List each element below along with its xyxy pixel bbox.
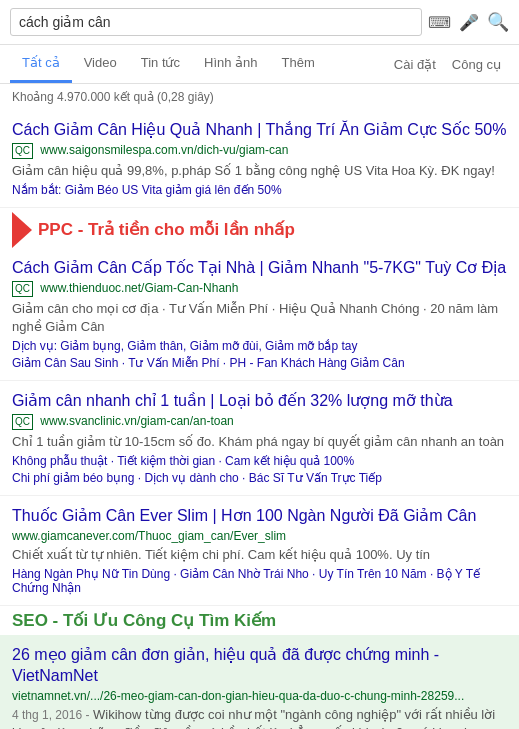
result-snippet: Chỉ 1 tuần giảm từ 10-15cm số đo. Khám p…	[12, 433, 507, 451]
search-input[interactable]	[19, 14, 413, 30]
result-url: QC www.svanclinic.vn/giam-can/an-toan	[12, 414, 507, 430]
tab-images[interactable]: Hình ảnh	[192, 45, 270, 83]
result-date: 4 thg 1, 2016 -	[12, 708, 89, 722]
result-item: Thuốc Giảm Cân Ever Slim | Hơn 100 Ngàn …	[0, 496, 519, 606]
ppc-arrow: PPC - Trả tiền cho mỗi lần nhấp	[12, 212, 507, 248]
nav-tabs: Tất cả Video Tin tức Hình ảnh Thêm Cài đ…	[0, 45, 519, 84]
tab-all[interactable]: Tất cả	[10, 45, 72, 83]
tab-tools[interactable]: Công cụ	[444, 47, 509, 82]
result-item: Giảm cân nhanh chỉ 1 tuần | Loại bỏ đến …	[0, 381, 519, 496]
search-bar: ⌨ 🎤 🔍	[0, 0, 519, 45]
result-item: Cách Giảm Cân Hiệu Quả Nhanh | Thắng Trí…	[0, 110, 519, 208]
result-links: Dịch vụ: Giảm bụng, Giảm thân, Giảm mỡ đ…	[12, 339, 507, 353]
keyboard-icon[interactable]: ⌨	[428, 13, 451, 32]
result-snippet: Giảm cân cho mọi cơ địa · Tư Vấn Miễn Ph…	[12, 300, 507, 336]
result-title[interactable]: Giảm cân nhanh chỉ 1 tuần | Loại bỏ đến …	[12, 391, 507, 412]
result-snippet: Giảm cân hiệu quả 99,8%, p.pháp Số 1 bằn…	[12, 162, 507, 180]
url-text: www.svanclinic.vn/giam-can/an-toan	[40, 414, 233, 428]
ad-badge: QC	[12, 143, 33, 159]
result-item: 26 mẹo giảm cân đơn giản, hiệu quả đã đư…	[0, 635, 519, 729]
arrow-icon	[12, 212, 32, 248]
result-links: Hàng Ngàn Phụ Nữ Tin Dùng · Giảm Cân Nhờ…	[12, 567, 507, 595]
result-url: www.giamcanever.com/Thuoc_giam_can/Ever_…	[12, 529, 507, 543]
result-title[interactable]: Cách Giảm Cân Hiệu Quả Nhanh | Thắng Trí…	[12, 120, 507, 141]
tab-video[interactable]: Video	[72, 45, 129, 83]
result-title[interactable]: 26 mẹo giảm cân đơn giản, hiệu quả đã đư…	[12, 645, 507, 687]
search-icons: ⌨ 🎤 🔍	[428, 11, 509, 33]
result-links: Không phẫu thuật · Tiết kiệm thời gian ·…	[12, 454, 507, 468]
result-snippet: 4 thg 1, 2016 - Wikihow từng được coi nh…	[12, 706, 507, 729]
results-info: Khoảng 4.970.000 kết quả (0,28 giây)	[0, 84, 519, 110]
seo-text: SEO - Tối Ưu Công Cụ Tìm Kiếm	[12, 611, 276, 630]
url-text: vietnamnet.vn/.../26-meo-giam-can-don-gi…	[12, 689, 464, 703]
result-url: vietnamnet.vn/.../26-meo-giam-can-don-gi…	[12, 689, 507, 703]
url-text: www.saigonsmilespa.com.vn/dich-vu/giam-c…	[40, 143, 288, 157]
microphone-icon[interactable]: 🎤	[459, 13, 479, 32]
result-title[interactable]: Cách Giảm Cân Cấp Tốc Tại Nhà | Giảm Nha…	[12, 258, 507, 279]
result-url: QC www.thienduoc.net/Giam-Can-Nhanh	[12, 281, 507, 297]
result-url: QC www.saigonsmilespa.com.vn/dich-vu/gia…	[12, 143, 507, 159]
result-title[interactable]: Thuốc Giảm Cân Ever Slim | Hơn 100 Ngàn …	[12, 506, 507, 527]
url-text: www.giamcanever.com/Thuoc_giam_can/Ever_…	[12, 529, 286, 543]
ad-badge: QC	[12, 414, 33, 430]
search-input-wrapper[interactable]	[10, 8, 422, 36]
tab-settings[interactable]: Cài đặt	[386, 47, 444, 82]
result-links-2: Chi phí giảm béo bụng · Dịch vụ dành cho…	[12, 471, 507, 485]
ad-badge: QC	[12, 281, 33, 297]
tab-more[interactable]: Thêm	[270, 45, 327, 83]
result-links-2: Giảm Cân Sau Sinh · Tư Vấn Miễn Phí · PH…	[12, 356, 507, 370]
search-icon[interactable]: 🔍	[487, 11, 509, 33]
ppc-annotation: PPC - Trả tiền cho mỗi lần nhấp	[0, 208, 519, 248]
results-container: Cách Giảm Cân Hiệu Quả Nhanh | Thắng Trí…	[0, 110, 519, 729]
url-text: www.thienduoc.net/Giam-Can-Nhanh	[40, 281, 238, 295]
tab-news[interactable]: Tin tức	[129, 45, 192, 83]
ppc-text: PPC - Trả tiền cho mỗi lần nhấp	[38, 219, 295, 240]
result-item: Cách Giảm Cân Cấp Tốc Tại Nhà | Giảm Nha…	[0, 248, 519, 381]
result-snippet: Chiết xuất từ tự nhiên. Tiết kiệm chi ph…	[12, 546, 507, 564]
result-links: Nắm bắt: Giảm Béo US Vita giảm giá lên đ…	[12, 183, 507, 197]
seo-annotation: SEO - Tối Ưu Công Cụ Tìm Kiếm	[0, 606, 519, 635]
